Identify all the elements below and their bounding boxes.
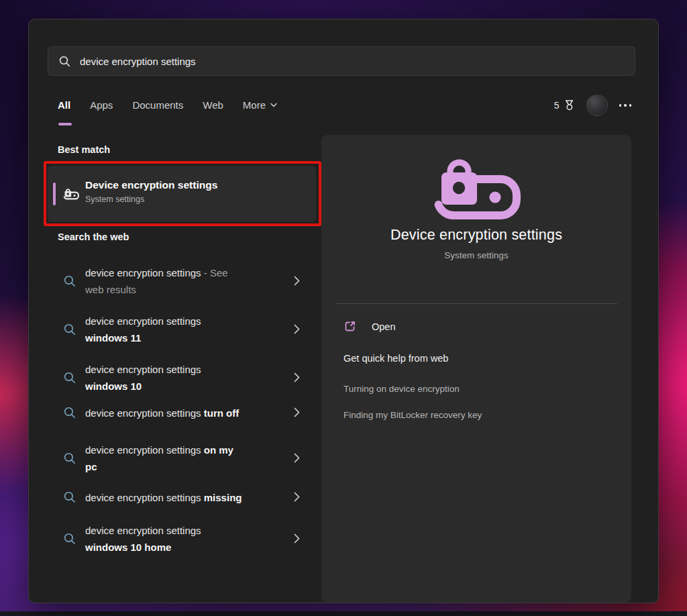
search-the-web-header: Search the web (58, 232, 129, 242)
rewards-trophy-icon (563, 99, 575, 111)
chevron-right-icon (294, 533, 300, 544)
device-encryption-icon (63, 189, 79, 200)
chevron-right-icon (294, 324, 300, 334)
search-icon (64, 275, 76, 287)
search-icon (64, 533, 76, 545)
tab-more[interactable]: More (243, 99, 277, 120)
web-search-item[interactable]: device encryption settings on mypc (48, 437, 316, 480)
device-encryption-icon-large (432, 159, 521, 221)
help-link-turning-on[interactable]: Turning on device encryption (344, 384, 460, 394)
preview-title: Device encryption settings (321, 227, 631, 244)
chevron-right-icon (294, 276, 300, 286)
result-preview-panel: Device encryption settings System settin… (321, 135, 631, 603)
search-icon (64, 452, 76, 464)
search-input[interactable] (80, 56, 624, 67)
search-icon (64, 491, 76, 503)
web-search-item[interactable]: device encryption settings missing (48, 482, 316, 512)
desktop-wallpaper: All Apps Documents Web More (0, 0, 687, 616)
tab-apps[interactable]: Apps (90, 99, 113, 120)
help-link-bitlocker-key[interactable]: Finding my BitLocker recovery key (344, 410, 482, 420)
header-right-cluster: 5 (554, 94, 631, 117)
chevron-right-icon (294, 372, 300, 382)
best-match-title: Device encryption settings (85, 179, 217, 191)
web-search-item[interactable]: device encryption settings - Seeweb resu… (48, 260, 316, 303)
open-button-label: Open (372, 321, 395, 332)
chevron-right-icon (294, 453, 300, 463)
search-icon (59, 56, 70, 67)
chevron-right-icon (294, 407, 300, 417)
more-options-icon[interactable] (619, 104, 632, 107)
open-action[interactable]: Open (344, 320, 395, 333)
best-match-result[interactable]: Device encryption settings System settin… (48, 166, 316, 222)
divider (335, 303, 617, 304)
best-match-header: Best match (58, 144, 110, 155)
preview-subtitle: System settings (321, 250, 631, 260)
web-search-item[interactable]: device encryption settingswindows 10 (48, 356, 316, 399)
selection-accent-bar (53, 183, 56, 205)
search-filter-tabs: All Apps Documents Web More (58, 99, 277, 120)
tab-all[interactable]: All (58, 99, 70, 120)
search-icon (64, 372, 76, 384)
rewards-badge[interactable]: 5 (554, 99, 575, 111)
tab-web[interactable]: Web (203, 99, 223, 120)
chevron-down-icon (270, 103, 277, 107)
web-search-item[interactable]: device encryption settingswindows 11 (48, 308, 316, 351)
best-match-subtitle: System settings (85, 195, 217, 204)
quick-help-header: Get quick help from web (344, 353, 448, 364)
chevron-right-icon (294, 492, 300, 502)
taskbar-edge (0, 611, 687, 616)
user-avatar[interactable] (586, 95, 608, 116)
windows-search-flyout: All Apps Documents Web More (28, 19, 659, 603)
open-external-icon (344, 320, 356, 333)
search-box[interactable] (48, 46, 635, 76)
search-icon (64, 407, 76, 419)
rewards-count: 5 (554, 100, 560, 111)
active-tab-underline (58, 123, 72, 125)
web-search-item[interactable]: device encryption settings turn off (48, 398, 316, 427)
search-icon (64, 323, 76, 336)
web-search-item[interactable]: device encryption settingswindows 10 hom… (48, 517, 316, 560)
tab-documents[interactable]: Documents (132, 99, 183, 120)
